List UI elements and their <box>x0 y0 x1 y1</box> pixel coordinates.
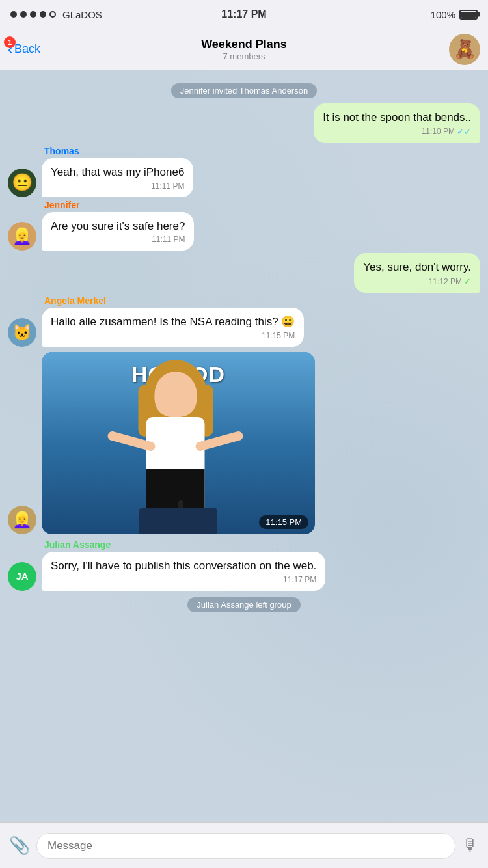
msg-row-julian: JA Julian Assange Sorry, I'll have to pu… <box>8 539 480 591</box>
status-time: 11:17 PM <box>221 8 266 20</box>
image-bubble[interactable]: HO OOD A DS <box>42 352 315 534</box>
julian-meta: 11:17 PM <box>51 575 316 584</box>
back-button[interactable]: 1 ‹ Back <box>8 40 40 59</box>
status-left: GLaDOS <box>10 9 102 20</box>
bubble-text-1: It is not the spoon that bends.. <box>323 110 471 126</box>
julian-avatar: JA <box>8 562 36 591</box>
battery-fill <box>461 12 476 18</box>
angela-name: Angela Merkel <box>42 295 304 306</box>
msg-row-outgoing-2: Yes, sure, don't worry. 11:12 PM ✓ <box>8 253 480 293</box>
dot5 <box>49 11 56 18</box>
jennifer-text: Are you sure it's safe here? <box>51 219 185 234</box>
julian-text: Sorry, I'll have to publish this convers… <box>51 558 316 574</box>
angela-text: Hallo alle zusammen! Is the NSA reading … <box>51 314 295 330</box>
angela-meta: 11:15 PM <box>51 331 295 340</box>
julian-initials: JA <box>16 571 28 582</box>
nav-center: Weekend Plans 7 members <box>201 38 287 61</box>
chat-title: Weekend Plans <box>201 38 287 51</box>
jennifer2-avatar: 👱‍♀️ <box>8 506 36 534</box>
attachment-icon[interactable]: 📎 <box>9 835 30 856</box>
left-group-text: Julian Assange left group <box>187 597 300 612</box>
system-message-invite: Jennifer invited Thomas Anderson <box>0 83 488 98</box>
msg-row-angela: 🐱 Angela Merkel Hallo alle zusammen! Is … <box>8 295 480 347</box>
thomas-name: Thomas <box>42 146 193 156</box>
group-avatar[interactable]: 🧸 <box>449 34 480 65</box>
message-input[interactable] <box>36 833 455 859</box>
jennifer-bubble: Are you sure it's safe here? 11:11 PM <box>42 212 194 251</box>
battery-icon <box>459 10 478 20</box>
jennifer-name: Jennifer <box>42 200 194 210</box>
back-label: Back <box>14 42 40 56</box>
thomas-avatar: 😐 <box>8 169 36 197</box>
status-bar: GLaDOS 11:17 PM 100% <box>0 0 488 29</box>
dot1 <box>10 11 17 18</box>
angela-bubble: Hallo alle zusammen! Is the NSA reading … <box>42 308 304 347</box>
dot2 <box>20 11 27 18</box>
nav-bar: 1 ‹ Back Weekend Plans 7 members 🧸 <box>0 29 488 70</box>
jennifer2-avatar-face: 👱‍♀️ <box>12 511 32 529</box>
jennifer-bubble-wrap: Jennifer Are you sure it's safe here? 11… <box>42 200 194 251</box>
julian-time: 11:17 PM <box>283 575 316 584</box>
thomas-avatar-face: 😐 <box>12 172 33 193</box>
jennifer-avatar: 👱‍♀️ <box>8 222 36 251</box>
angela-avatar: 🐱 <box>8 318 36 347</box>
jennifer-avatar-face: 👱‍♀️ <box>12 227 32 245</box>
image-time-badge: 11:15 PM <box>259 515 308 529</box>
msg-row-thomas: 😐 Thomas Yeah, that was my iPhone6 11:11… <box>8 146 480 197</box>
double-check-icon-1: ✓✓ <box>457 127 471 137</box>
carrier-label: GLaDOS <box>62 9 102 20</box>
input-bar: 📎 🎙 <box>0 822 488 868</box>
back-badge: 1 <box>4 36 16 48</box>
thomas-time: 11:11 PM <box>151 182 184 191</box>
podium <box>139 508 217 534</box>
jennifer-time: 11:11 PM <box>152 235 185 244</box>
person-figure <box>146 372 205 508</box>
bubble-wrap-1: It is not the spoon that bends.. 11:10 P… <box>314 103 480 143</box>
thomas-meta: 11:11 PM <box>51 182 184 191</box>
group-avatar-emoji: 🧸 <box>454 38 476 60</box>
system-message-left: Julian Assange left group <box>0 597 488 612</box>
dot3 <box>30 11 36 18</box>
image-content: HO OOD A DS <box>42 352 315 534</box>
thomas-bubble: Yeah, that was my iPhone6 11:11 PM <box>42 158 193 197</box>
angela-time: 11:15 PM <box>262 331 295 340</box>
bubble-time-1: 11:10 PM <box>422 127 455 136</box>
msg-row-jennifer: 👱‍♀️ Jennifer Are you sure it's safe her… <box>8 200 480 251</box>
angela-avatar-face: 🐱 <box>12 323 32 342</box>
bubble-meta-1: 11:10 PM ✓✓ <box>323 127 471 137</box>
signal-dots <box>10 11 56 18</box>
member-count: 7 members <box>201 51 287 61</box>
bubble-wrap-2: Yes, sure, don't worry. 11:12 PM ✓ <box>354 253 480 293</box>
bubble-outgoing-2: Yes, sure, don't worry. 11:12 PM ✓ <box>354 253 480 293</box>
thomas-bubble-wrap: Thomas Yeah, that was my iPhone6 11:11 P… <box>42 146 193 197</box>
status-right: 100% <box>431 9 478 20</box>
jennifer-meta: 11:11 PM <box>51 235 185 244</box>
microphone-icon[interactable]: 🎙 <box>462 835 479 856</box>
battery-percentage: 100% <box>431 9 455 20</box>
chat-area: Jennifer invited Thomas Anderson It is n… <box>0 70 488 822</box>
bubble-text-2: Yes, sure, don't worry. <box>363 260 471 275</box>
check-icon-2: ✓ <box>464 277 471 286</box>
julian-bubble-wrap: Julian Assange Sorry, I'll have to publi… <box>42 539 325 591</box>
msg-row-image: 👱‍♀️ HO OOD A DS <box>8 352 480 534</box>
bubble-outgoing-1: It is not the spoon that bends.. 11:10 P… <box>314 103 480 143</box>
julian-bubble: Sorry, I'll have to publish this convers… <box>42 552 325 591</box>
dot4 <box>40 11 46 18</box>
angela-bubble-wrap: Angela Merkel Hallo alle zusammen! Is th… <box>42 295 304 347</box>
bubble-meta-2: 11:12 PM ✓ <box>363 277 471 286</box>
msg-row-outgoing-1: It is not the spoon that bends.. 11:10 P… <box>8 103 480 143</box>
invite-text: Jennifer invited Thomas Anderson <box>171 83 317 98</box>
thomas-text: Yeah, that was my iPhone6 <box>51 165 184 180</box>
julian-name: Julian Assange <box>42 539 325 550</box>
bubble-time-2: 11:12 PM <box>429 277 462 286</box>
